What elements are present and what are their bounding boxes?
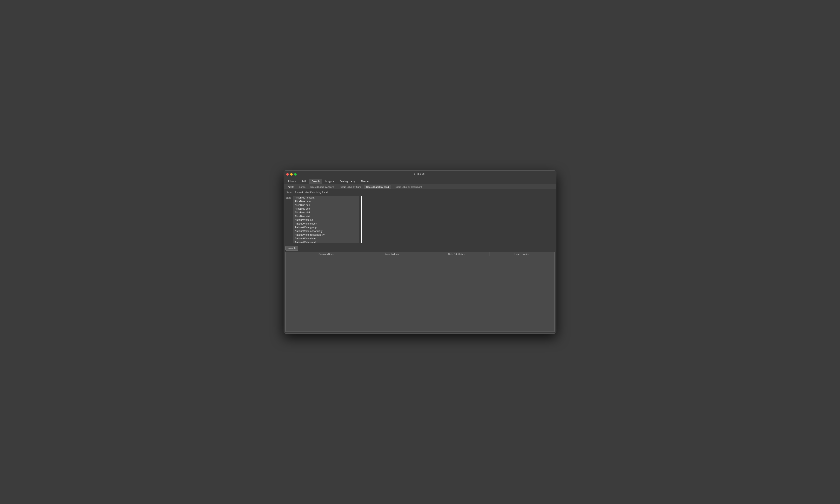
col-header-company-name: CompanyName [294,252,359,256]
col-header-recent-album: Recent Album [359,252,424,256]
band-list-item[interactable]: AntiqueWhite small [293,240,359,243]
file-icon: 🗎 [414,173,416,176]
search-section: Band AliceBlue networkAliceBlue ontoAlic… [285,196,555,243]
band-list-item[interactable]: AliceBlue she [293,207,359,211]
tab-artists[interactable]: Artists [285,185,296,189]
results-table: CompanyName Recent Album Date Establishe… [285,252,555,332]
table-header: CompanyName Recent Album Date Establishe… [286,252,554,256]
menu-item-search[interactable]: Search [309,179,322,184]
menu-item-add[interactable]: Add [299,179,309,184]
band-list-item[interactable]: AntiqueWhite responsibility [293,233,359,237]
col-header-checkbox [286,252,294,256]
tab-record-label-song[interactable]: Record Label by Song [337,185,364,189]
traffic-lights [286,173,297,176]
table-body [286,256,554,331]
menu-item-feeling-lucky[interactable]: Feeling Lucky [337,179,357,184]
menu-item-insights[interactable]: Insights [323,179,336,184]
tab-record-label-instrument[interactable]: Record Label by Instrument [391,185,424,189]
search-button[interactable]: search [285,246,298,251]
tab-songs[interactable]: Songs [297,185,308,189]
close-button[interactable] [286,173,289,176]
band-list[interactable]: AliceBlue networkAliceBlue ontoAliceBlue… [293,196,359,243]
tab-record-label-album[interactable]: Record Label by Album [308,185,336,189]
band-list-item[interactable]: AntiqueWhite share [293,237,359,240]
band-list-item[interactable]: AliceBlue pull [293,203,359,207]
col-header-label-location: Label Location [489,252,554,256]
app-window: 🗎 H.A.M.L. Library Add Search Insights F… [284,170,556,334]
minimize-button[interactable] [290,173,293,176]
tabs-bar: Artists Songs Record Label by Album Reco… [284,184,556,189]
menu-item-library[interactable]: Library [285,179,298,184]
band-list-item[interactable]: AntiqueWhite expert [293,222,359,226]
search-button-row: search [285,246,555,251]
band-list-item[interactable]: AliceBlue visit [293,214,359,218]
titlebar: 🗎 H.A.M.L. [284,170,556,178]
band-list-item[interactable]: AntiqueWhite opportunity [293,229,359,233]
maximize-button[interactable] [294,173,297,176]
band-label: Band [285,196,291,243]
col-header-date-established: Date Established [424,252,489,256]
window-title: 🗎 H.A.M.L. [414,173,426,176]
menu-bar: Library Add Search Insights Feeling Luck… [284,178,556,184]
band-list-item[interactable]: AliceBlue network [293,196,359,200]
search-header: Search Record Label Details by Band [285,191,555,194]
band-list-item[interactable]: AntiqueWhite as [293,218,359,222]
menu-item-theme[interactable]: Theme [358,179,371,184]
band-list-item[interactable]: AntiqueWhite group [293,226,359,229]
content-area: Search Record Label Details by Band Band… [284,189,556,334]
band-list-item[interactable]: AliceBlue trial [293,211,359,214]
window-title-text: H.A.M.L. [417,173,426,176]
tab-record-label-band[interactable]: Record Label by Band [364,185,391,189]
scrollbar-area [361,196,362,243]
band-list-item[interactable]: AliceBlue onto [293,200,359,203]
